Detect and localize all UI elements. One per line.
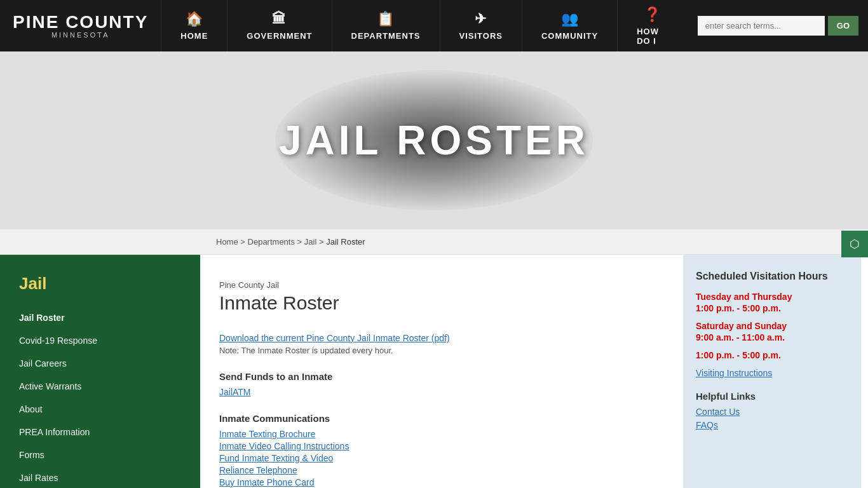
saturday-sunday-schedule: Saturday and Sunday 9:00 a.m. - 11:00 a.… <box>696 321 848 360</box>
nav-item-government[interactable]: 🏛GOVERNMENT <box>227 0 331 51</box>
government-label: GOVERNMENT <box>247 31 312 41</box>
sidebar-item-covid-19-response[interactable]: Covid-19 Response <box>0 329 200 352</box>
visiting-instructions-link[interactable]: Visiting Instructions <box>696 368 848 378</box>
comms-section: Inmate Communications Inmate Texting Bro… <box>219 413 664 487</box>
share-icon: ⬡ <box>850 237 860 251</box>
hero-title: JAIL ROSTER <box>279 117 589 164</box>
home-label: HOME <box>180 31 208 41</box>
sidebar-item-active-warrants[interactable]: Active Warrants <box>0 375 200 398</box>
home-icon: 🏠 <box>186 11 203 27</box>
top-navigation: PINE COUNTY MINNESOTA 🏠HOME🏛GOVERNMENT📋D… <box>0 0 868 51</box>
sidebar-item-jail-roster[interactable]: Jail Roster <box>0 306 200 329</box>
sidebar-item-about[interactable]: About <box>0 398 200 421</box>
nav-item-visitors[interactable]: ✈VISITORS <box>440 0 522 51</box>
tt-time: 1:00 p.m. - 5:00 p.m. <box>696 303 848 313</box>
search-button[interactable]: GO <box>828 16 858 36</box>
howdoi-label: HOW DO I <box>637 27 669 46</box>
hero-section: JAIL ROSTER <box>0 51 868 229</box>
helpful-links-heading: Helpful Links <box>696 391 848 402</box>
comms-links: Inmate Texting BrochureInmate Video Call… <box>219 429 664 487</box>
comms-link-inmate-texting-brochure[interactable]: Inmate Texting Brochure <box>219 429 664 439</box>
breadcrumb-home[interactable]: Home <box>216 237 238 247</box>
howdoi-icon: ❓ <box>644 6 661 23</box>
page-subtitle: Pine County Jail <box>219 280 664 290</box>
roster-section: Download the current Pine County Jail In… <box>219 333 664 355</box>
government-icon: 🏛 <box>272 11 287 27</box>
nav-item-community[interactable]: 👥COMMUNITY <box>522 0 617 51</box>
comms-link-reliance-telephone[interactable]: Reliance Telephone <box>219 465 664 475</box>
share-button[interactable]: ⬡ <box>841 231 868 257</box>
breadcrumb: Home > Departments > Jail > Jail Roster <box>0 229 868 255</box>
helpful-links: Contact UsFAQs <box>696 407 848 430</box>
sidebar-item-jail-careers[interactable]: Jail Careers <box>0 352 200 375</box>
breadcrumb-departments[interactable]: Departments <box>248 237 295 247</box>
nav-items-container: 🏠HOME🏛GOVERNMENT📋DEPARTMENTS✈VISITORS👥CO… <box>161 0 688 51</box>
sidebar-item-prea-information[interactable]: PREA Information <box>0 421 200 444</box>
main-content: Pine County Jail Inmate Roster Download … <box>200 255 683 488</box>
breadcrumb-jail[interactable]: Jail <box>304 237 317 247</box>
helpful-link-contact-us[interactable]: Contact Us <box>696 407 848 417</box>
community-icon: 👥 <box>561 11 579 27</box>
visitors-label: VISITORS <box>459 31 503 41</box>
sidebar-item-forms[interactable]: Forms <box>0 444 200 466</box>
nav-item-howdoi[interactable]: ❓HOW DO I <box>617 0 688 51</box>
search-area: GO <box>688 0 868 51</box>
roster-download-link[interactable]: Download the current Pine County Jail In… <box>219 333 450 343</box>
nav-item-departments[interactable]: 📋DEPARTMENTS <box>332 0 440 51</box>
nav-item-home[interactable]: 🏠HOME <box>161 0 227 51</box>
sidebar-items: Jail RosterCovid-19 ResponseJail Careers… <box>0 306 200 488</box>
jailatm-link[interactable]: JailATM <box>219 387 251 397</box>
main-layout: Jail Jail RosterCovid-19 ResponseJail Ca… <box>0 255 868 488</box>
search-input[interactable] <box>698 16 825 36</box>
comms-link-fund-inmate-texting--video[interactable]: Fund Inmate Texting & Video <box>219 453 664 463</box>
funds-heading: Send Funds to an Inmate <box>219 371 664 382</box>
departments-label: DEPARTMENTS <box>351 31 421 41</box>
county-name: PINE COUNTY <box>13 13 148 31</box>
right-panel: Scheduled Visitation Hours Tuesday and T… <box>683 255 861 488</box>
comms-heading: Inmate Communications <box>219 413 664 424</box>
community-label: COMMUNITY <box>541 31 598 41</box>
sidebar-item-jail-rates[interactable]: Jail Rates <box>0 466 200 488</box>
helpful-link-faqs[interactable]: FAQs <box>696 420 848 430</box>
tt-days: Tuesday and Thursday <box>696 292 848 302</box>
state-name: MINNESOTA <box>13 31 148 39</box>
site-logo[interactable]: PINE COUNTY MINNESOTA <box>0 0 161 51</box>
funds-section: Send Funds to an Inmate JailATM <box>219 371 664 397</box>
sidebar-title: Jail <box>0 274 200 306</box>
page-title: Inmate Roster <box>219 292 664 314</box>
ss-time1: 9:00 a.m. - 11:00 a.m. <box>696 332 848 342</box>
comms-link-inmate-video-calling-instructions[interactable]: Inmate Video Calling Instructions <box>219 441 664 451</box>
tuesday-thursday-schedule: Tuesday and Thursday 1:00 p.m. - 5:00 p.… <box>696 292 848 313</box>
comms-link-buy-inmate-phone-card[interactable]: Buy Inmate Phone Card <box>219 477 664 487</box>
visitation-heading: Scheduled Visitation Hours <box>696 271 848 282</box>
departments-icon: 📋 <box>377 11 395 27</box>
sidebar: Jail Jail RosterCovid-19 ResponseJail Ca… <box>0 255 200 488</box>
breadcrumb-current: Jail Roster <box>326 237 365 247</box>
visitors-icon: ✈ <box>475 11 487 27</box>
roster-note: Note: The Inmate Roster is updated every… <box>219 346 664 355</box>
ss-days: Saturday and Sunday <box>696 321 848 331</box>
ss-time2: 1:00 p.m. - 5:00 p.m. <box>696 350 848 360</box>
